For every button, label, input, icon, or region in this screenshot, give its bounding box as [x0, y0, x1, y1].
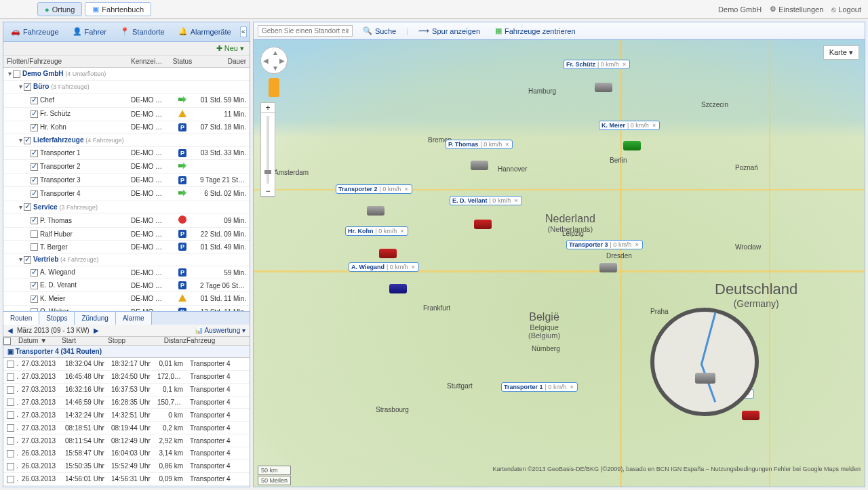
- btn-standorte[interactable]: 📍Standorte: [115, 25, 170, 39]
- vehicle-checkbox[interactable]: [31, 230, 38, 238]
- vehicle-checkbox[interactable]: [31, 124, 38, 131]
- route-row[interactable]: 27.03.201318:32:04 Uhr18:32:17 Uhr 0,01 …: [3, 358, 250, 371]
- pegman-icon[interactable]: [269, 78, 279, 97]
- col-stopp[interactable]: Stopp: [108, 337, 154, 345]
- col-fleet[interactable]: Flotten/Fahrzeuge: [3, 56, 127, 67]
- vehicle-checkbox[interactable]: [31, 110, 38, 118]
- tree-vehicle[interactable]: Transporter 4 DE-MO 1234 6 Std. 02 Min.: [3, 187, 250, 201]
- route-check-all[interactable]: [3, 338, 11, 345]
- vehicle-tag[interactable]: Fr. Schütz | 0 km/h×: [564, 60, 630, 69]
- tree-group[interactable]: ▾Service (3 Fahrzeuge): [3, 201, 250, 214]
- btn-fahrer[interactable]: 👤Fahrer: [68, 25, 111, 39]
- tree-vehicle[interactable]: Ralf Huber DE-MO 159 P 22 Std. 09 Min.: [3, 228, 250, 241]
- vehicle-icon[interactable]: [474, 220, 492, 229]
- map-type-button[interactable]: Karte ▾: [823, 45, 859, 60]
- vehicle-checkbox[interactable]: [31, 282, 38, 289]
- vehicle-tag[interactable]: Transporter 2 | 0 km/h×: [336, 184, 412, 194]
- route-row[interactable]: 27.03.201308:11:54 Uhr08:12:49 Uhr 2,92 …: [3, 434, 250, 447]
- route-group-header[interactable]: ▣ Transporter 4 (341 Routen): [3, 346, 250, 358]
- vehicle-icon[interactable]: [379, 249, 397, 258]
- tree-vehicle[interactable]: T. Berger DE-MO 456 P 01 Std. 49 Min.: [3, 241, 250, 253]
- tree-root[interactable]: ▾Demo GmbH (4 Unterflotten): [3, 68, 250, 81]
- route-row[interactable]: 26.03.201315:50:35 Uhr15:52:49 Uhr 0,86 …: [3, 460, 250, 473]
- tab-routen[interactable]: Routen: [3, 312, 39, 325]
- col-distanz[interactable]: Distanz: [154, 337, 186, 345]
- vehicle-tag[interactable]: A. Wiegand | 0 km/h×: [349, 262, 419, 272]
- settings-link[interactable]: ⚙Einstellungen: [770, 5, 823, 14]
- tree-vehicle[interactable]: K. Meier DE-MO 741 01 Std. 11 Min.: [3, 292, 250, 306]
- tree-group[interactable]: ▾Büro (3 Fahrzeuge): [3, 81, 250, 94]
- route-checkbox[interactable]: [7, 424, 14, 432]
- tree-vehicle[interactable]: P. Thomas DE-MO 753 09 Min.: [3, 213, 250, 228]
- vehicle-checkbox[interactable]: [31, 243, 38, 251]
- close-icon[interactable]: ×: [403, 186, 409, 192]
- vehicle-checkbox[interactable]: [31, 163, 38, 171]
- tree-vehicle[interactable]: Transporter 3 DE-MO 345 P 9 Tage 21 Std.…: [3, 174, 250, 187]
- vehicle-icon[interactable]: [742, 411, 760, 420]
- date-label[interactable]: März 2013 (09 - 13 KW): [17, 327, 90, 334]
- tab-zuendung[interactable]: Zündung: [75, 312, 115, 325]
- vehicle-icon[interactable]: [599, 263, 617, 272]
- location-search-input[interactable]: [258, 25, 353, 37]
- close-icon[interactable]: ×: [504, 141, 510, 148]
- vehicle-tag[interactable]: Hr. Kohn | 0 km/h×: [345, 226, 408, 236]
- close-icon[interactable]: ×: [621, 61, 627, 68]
- vehicle-checkbox[interactable]: [31, 308, 38, 311]
- route-checkbox[interactable]: [7, 476, 14, 483]
- vehicle-checkbox[interactable]: [31, 150, 38, 157]
- route-checkbox[interactable]: [7, 463, 14, 470]
- vehicle-tag[interactable]: P. Thomas | 0 km/h×: [446, 140, 513, 149]
- vehicle-icon[interactable]: [367, 206, 384, 216]
- map[interactable]: Deutschland(Germany) Nederland(Netherlan…: [254, 40, 865, 487]
- vehicle-icon[interactable]: [471, 161, 488, 170]
- col-status[interactable]: Status: [168, 56, 197, 67]
- close-icon[interactable]: ×: [410, 264, 416, 270]
- zoom-control[interactable]: + −: [260, 102, 275, 197]
- col-dauer[interactable]: Dauer: [197, 56, 250, 67]
- route-checkbox[interactable]: [7, 411, 14, 419]
- route-checkbox[interactable]: [7, 399, 14, 406]
- tab-alarme[interactable]: Alarme: [116, 312, 152, 325]
- vehicle-tag[interactable]: E. D. Veilant | 0 km/h×: [450, 196, 522, 205]
- date-prev[interactable]: ◀: [7, 327, 13, 334]
- vehicle-tag[interactable]: Transporter 3 | 0 km/h×: [566, 240, 643, 249]
- route-checkbox[interactable]: [7, 373, 14, 381]
- zoom-out[interactable]: −: [261, 186, 275, 197]
- tree-vehicle[interactable]: Transporter 1 DE-MO 147 P 03 Std. 33 Min…: [3, 147, 250, 160]
- close-icon[interactable]: ×: [513, 197, 519, 204]
- col-datum[interactable]: Datum ▼: [18, 337, 62, 345]
- close-icon[interactable]: ×: [568, 384, 574, 390]
- vehicle-tag[interactable]: Transporter 1 | 0 km/h×: [501, 382, 578, 392]
- btn-alarmgeraete[interactable]: 🔔Alarmgeräte: [174, 25, 236, 39]
- vehicle-checkbox[interactable]: [31, 217, 38, 224]
- pan-control[interactable]: ▲▼ ◀▶: [260, 47, 288, 74]
- tree-vehicle[interactable]: A. Wiegand DE-MO 123 P 59 Min.: [3, 266, 250, 279]
- route-row[interactable]: 27.03.201308:18:51 Uhr08:19:44 Uhr 0,2 k…: [3, 422, 250, 434]
- tree-vehicle[interactable]: O. Weber DE-MO 781 P 13 Std. 11 Min.: [3, 306, 250, 311]
- col-kennzeichen[interactable]: Kennzeichen: [127, 56, 168, 67]
- route-row[interactable]: 27.03.201314:32:24 Uhr14:32:51 Uhr 0 kmT…: [3, 409, 250, 422]
- vehicle-checkbox[interactable]: [31, 177, 38, 184]
- btn-spur[interactable]: ⟿Spur anzeigen: [414, 24, 485, 37]
- zoom-handle[interactable]: [264, 170, 271, 174]
- date-next[interactable]: ▶: [94, 327, 99, 334]
- vehicle-checkbox[interactable]: [31, 295, 38, 303]
- vehicle-icon[interactable]: [389, 284, 407, 293]
- vehicle-icon[interactable]: [623, 141, 641, 150]
- col-start[interactable]: Start: [62, 337, 108, 345]
- close-icon[interactable]: ×: [633, 241, 639, 248]
- zoom-in[interactable]: +: [261, 103, 275, 113]
- tab-stopps[interactable]: Stopps: [39, 312, 75, 325]
- route-checkbox[interactable]: [7, 361, 14, 368]
- auswertung-btn[interactable]: 📊 Auswertung ▾: [195, 327, 245, 334]
- col-fahrzeug[interactable]: Fahrzeug: [186, 337, 250, 345]
- route-checkbox[interactable]: [7, 386, 14, 394]
- vehicle-icon[interactable]: [595, 83, 612, 92]
- btn-fahrzeuge[interactable]: 🚗Fahrzeuge: [6, 25, 64, 39]
- route-row[interactable]: 27.03.201316:32:16 Uhr16:37:53 Uhr 0,1 k…: [3, 384, 250, 396]
- route-checkbox[interactable]: [7, 437, 14, 445]
- tree-vehicle[interactable]: E. D. Verant DE-MO 789 P 2 Tage 06 Std. …: [3, 279, 250, 292]
- btn-suche[interactable]: 🔍Suche: [358, 24, 401, 37]
- route-row[interactable]: 26.03.201314:49:47 Uhr14:50:15 Uhr 0,11 …: [3, 486, 250, 487]
- vehicle-checkbox[interactable]: [31, 190, 38, 198]
